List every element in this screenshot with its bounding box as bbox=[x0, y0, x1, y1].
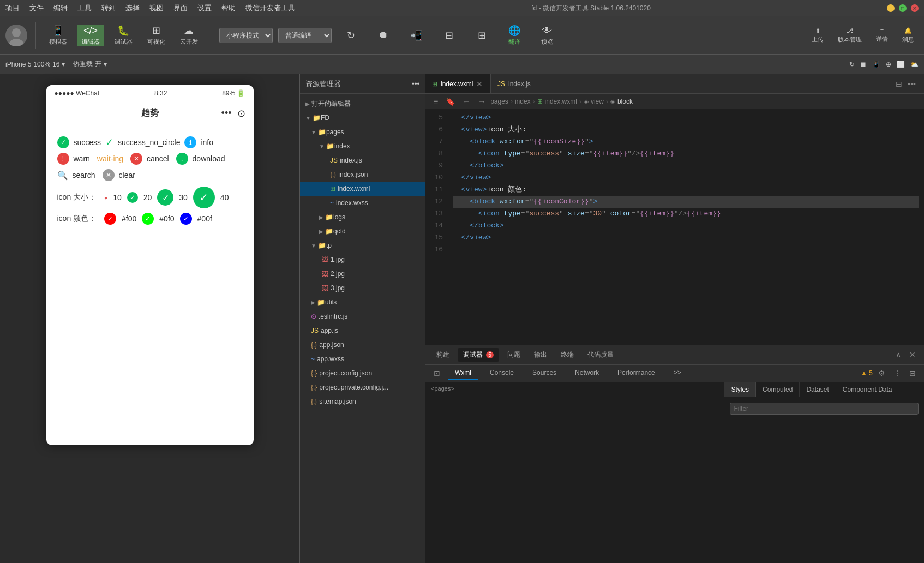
more-devtools-button[interactable]: ⋮ bbox=[891, 368, 904, 379]
menu-item-goto[interactable]: 转到 bbox=[101, 3, 116, 13]
screenshot-button[interactable]: ⬜ bbox=[897, 61, 905, 68]
file-index-wxml[interactable]: ⊞ index.wxml bbox=[300, 182, 425, 196]
breadcrumb-block[interactable]: block bbox=[617, 98, 633, 105]
menu-item-interface[interactable]: 界面 bbox=[173, 3, 188, 13]
inspect-element-button[interactable]: ⊡ bbox=[431, 368, 443, 379]
close-panel-button[interactable]: ✕ bbox=[907, 349, 919, 360]
device-button[interactable]: 📲 bbox=[403, 25, 430, 46]
qcfd-folder[interactable]: ▶ 📁 qcfd bbox=[300, 224, 425, 238]
tab-index-wxml[interactable]: ⊞ index.wxml ✕ bbox=[425, 74, 491, 93]
file-eslint[interactable]: ⊙ .eslintrc.js bbox=[300, 309, 425, 324]
file-1jpg[interactable]: 🖼 1.jpg bbox=[300, 253, 425, 267]
menu-icon[interactable]: ⊙ bbox=[237, 107, 245, 119]
file-project-config[interactable]: {.} project.config.json bbox=[300, 366, 425, 380]
breadcrumb-view[interactable]: view bbox=[591, 98, 604, 105]
more-button[interactable]: ⊞ bbox=[468, 25, 495, 46]
message-button[interactable]: 🔔 消息 bbox=[898, 25, 919, 46]
open-editors-section[interactable]: ▶ 打开的编辑器 bbox=[300, 97, 425, 111]
split-editor-button[interactable]: ⊟ bbox=[893, 79, 905, 89]
menu-item-wechat[interactable]: 微信开发者工具 bbox=[245, 3, 295, 13]
menu-item-select[interactable]: 选择 bbox=[125, 3, 140, 13]
translate-button[interactable]: 🌐 翻译 bbox=[501, 25, 528, 46]
file-3jpg[interactable]: 🖼 3.jpg bbox=[300, 281, 425, 295]
menu-item-edit[interactable]: 编辑 bbox=[53, 3, 68, 13]
mode-select[interactable]: 小程序模式 插件模式 bbox=[219, 28, 273, 43]
device-selector[interactable]: iPhone 5 100% 16 ▾ bbox=[5, 61, 65, 68]
tab-terminal[interactable]: 终端 bbox=[555, 348, 579, 362]
tab-build[interactable]: 构建 bbox=[431, 348, 455, 362]
file-appjs[interactable]: JS app.js bbox=[300, 324, 425, 338]
stop-button[interactable]: ⏹ bbox=[860, 61, 867, 68]
inspector-tab-dataset[interactable]: Dataset bbox=[800, 382, 836, 397]
devtools-tab-performance[interactable]: Performance bbox=[611, 367, 662, 380]
inspector-tab-component-data[interactable]: Component Data bbox=[836, 382, 899, 397]
filter-input[interactable] bbox=[730, 403, 919, 415]
refresh-button[interactable]: ↻ bbox=[337, 25, 364, 46]
tp-folder[interactable]: ▼ 📁 tp bbox=[300, 238, 425, 253]
file-index-wxss[interactable]: ~ index.wxss bbox=[300, 196, 425, 210]
menu-item-tools[interactable]: 工具 bbox=[77, 3, 92, 13]
devtools-tab-network[interactable]: Network bbox=[568, 367, 605, 380]
tab-issues[interactable]: 问题 bbox=[502, 348, 526, 362]
more-dots-file-icon[interactable]: ••• bbox=[412, 80, 419, 88]
maximize-button[interactable]: □ bbox=[899, 4, 907, 12]
refresh-sim-button[interactable]: ↻ bbox=[849, 61, 855, 68]
close-tab-wxml[interactable]: ✕ bbox=[476, 80, 483, 88]
menu-item-view[interactable]: 视图 bbox=[149, 3, 164, 13]
upload-button[interactable]: ⬆ 上传 bbox=[807, 25, 828, 46]
debugger-button[interactable]: 🐛 调试器 bbox=[110, 25, 137, 46]
copy-button[interactable]: ⊕ bbox=[886, 61, 891, 68]
breadcrumb-pages[interactable]: pages bbox=[490, 98, 508, 105]
details-button[interactable]: ≡ 详情 bbox=[872, 25, 892, 45]
cloud-button[interactable]: ☁ 云开发 bbox=[175, 25, 202, 46]
simulator-button[interactable]: 📱 模拟器 bbox=[44, 25, 71, 46]
record-button[interactable]: ⏺ bbox=[370, 25, 397, 46]
breadcrumb-index[interactable]: index bbox=[515, 98, 531, 105]
devtools-tab-wxml[interactable]: Wxml bbox=[448, 367, 478, 380]
tab-output[interactable]: 输出 bbox=[529, 348, 553, 362]
close-button[interactable]: ✕ bbox=[911, 4, 919, 12]
file-sitemap[interactable]: {.} sitemap.json bbox=[300, 394, 425, 409]
settings-devtools-button[interactable]: ⚙ bbox=[875, 368, 888, 379]
tab-index-js[interactable]: JS index.js bbox=[491, 74, 556, 93]
file-project-private[interactable]: {.} project.private.config.j... bbox=[300, 380, 425, 394]
file-appwxss[interactable]: ~ app.wxss bbox=[300, 352, 425, 366]
breadcrumb-bookmark-icon[interactable]: 🔖 bbox=[443, 96, 458, 107]
minimize-button[interactable]: — bbox=[887, 4, 895, 12]
version-manage-button[interactable]: ⎇ 版本管理 bbox=[833, 25, 866, 46]
file-appjson[interactable]: {.} app.json bbox=[300, 338, 425, 352]
dock-devtools-button[interactable]: ⊟ bbox=[907, 368, 919, 379]
menu-item-project[interactable]: 项目 bbox=[5, 3, 20, 13]
devtools-tab-sources[interactable]: Sources bbox=[526, 367, 563, 380]
devtools-tab-more[interactable]: >> bbox=[667, 367, 688, 380]
breadcrumb-forward-icon[interactable]: → bbox=[475, 96, 488, 107]
tab-more-button[interactable]: ••• bbox=[905, 79, 919, 89]
preview-button[interactable]: 👁 预览 bbox=[533, 25, 561, 46]
collapse-panel-button[interactable]: ∧ bbox=[893, 349, 904, 360]
breadcrumb-wxml[interactable]: index.wxml bbox=[545, 98, 577, 105]
inspector-tab-styles[interactable]: Styles bbox=[724, 382, 756, 397]
compile-select[interactable]: 普通编译 自定义编译 bbox=[278, 28, 332, 43]
file-index-js[interactable]: JS index.js bbox=[300, 153, 425, 167]
tab-debugger[interactable]: 调试器 5 bbox=[458, 348, 499, 362]
pages-folder[interactable]: ▼ 📁 pages bbox=[300, 125, 425, 139]
file-2jpg[interactable]: 🖼 2.jpg bbox=[300, 267, 425, 281]
utils-folder[interactable]: ▶ 📁 utils bbox=[300, 295, 425, 309]
menu-item-file[interactable]: 文件 bbox=[29, 3, 44, 13]
devtools-tab-console[interactable]: Console bbox=[483, 367, 520, 380]
breadcrumb-menu-icon[interactable]: ≡ bbox=[431, 96, 441, 107]
inspector-tab-computed[interactable]: Computed bbox=[756, 382, 800, 397]
hot-reload-button[interactable]: 热重载 开 ▾ bbox=[73, 59, 106, 69]
split-button[interactable]: ⊟ bbox=[435, 25, 463, 46]
more-dots-icon[interactable]: ••• bbox=[221, 107, 232, 119]
fd-root[interactable]: ▼ 📁 FD bbox=[300, 111, 425, 125]
tab-code-quality[interactable]: 代码质量 bbox=[582, 348, 619, 362]
logs-folder[interactable]: ▶ 📁 logs bbox=[300, 210, 425, 224]
menu-item-settings[interactable]: 设置 bbox=[197, 3, 212, 13]
editor-button[interactable]: </> 编辑器 bbox=[77, 25, 104, 46]
visual-button[interactable]: ⊞ 可视化 bbox=[142, 25, 170, 46]
breadcrumb-back-icon[interactable]: ← bbox=[460, 96, 473, 107]
menu-item-help[interactable]: 帮助 bbox=[221, 3, 236, 13]
phone-frame-button[interactable]: 📱 bbox=[872, 61, 880, 68]
network-button[interactable]: ⛅ bbox=[910, 61, 919, 68]
